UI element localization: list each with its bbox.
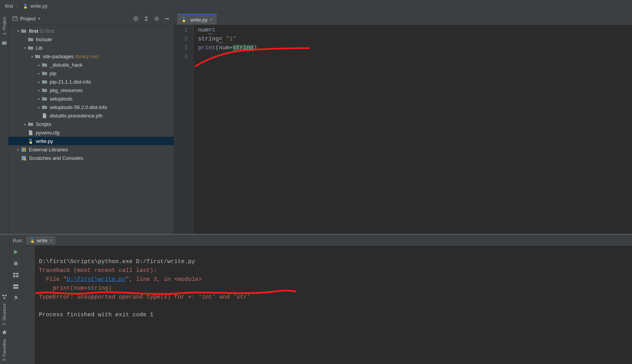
- tool-project-tab[interactable]: 1: Project: [1, 15, 7, 37]
- svg-line-16: [158, 17, 158, 17]
- toggle-output-icon[interactable]: [12, 283, 19, 290]
- scratches-icon: [21, 155, 27, 161]
- project-tree[interactable]: ▾ first D:\first Include ▾ Lib ▾: [8, 25, 174, 234]
- tool-structure-tab[interactable]: 7: Structure: [2, 304, 7, 325]
- svg-rect-5: [13, 17, 17, 20]
- chevron-down-icon[interactable]: ▾: [15, 28, 21, 34]
- pin-icon[interactable]: [12, 295, 19, 302]
- editor-tab-write[interactable]: write.py ×: [177, 14, 217, 25]
- tree-node[interactable]: ▸setuptools-56.2.0.dist-info: [8, 103, 174, 111]
- tree-node-label: Include: [36, 37, 52, 42]
- folder-icon: [42, 70, 47, 76]
- svg-marker-45: [2, 330, 7, 335]
- chevron-right-icon[interactable]: ▸: [36, 96, 42, 101]
- run-toolbar-left: [10, 246, 22, 364]
- left-tool-strip: 1: Project: [0, 12, 8, 234]
- tree-node-label: site-packages: [43, 54, 74, 59]
- favorites-star-icon[interactable]: [2, 329, 7, 335]
- tree-node-label: pip-21.1.1.dist-info: [50, 79, 91, 85]
- close-run-tab-icon[interactable]: ×: [50, 238, 52, 243]
- svg-rect-44: [3, 297, 5, 299]
- code-line: print(num+string): [198, 44, 632, 52]
- tree-node-label: pyvenv.cfg: [36, 130, 59, 136]
- python-file-icon: [23, 3, 28, 9]
- run-header: Run: write ×: [10, 235, 632, 246]
- chevron-right-icon[interactable]: ▸: [36, 79, 42, 84]
- folder-icon: [28, 37, 34, 42]
- project-panel: Project ▼ ▾ first D:\first: [8, 12, 174, 234]
- chevron-right-icon[interactable]: ▸: [36, 62, 42, 67]
- svg-rect-4: [2, 41, 7, 42]
- run-console[interactable]: D:\first\Scripts\python.exe D:/first/wri…: [35, 246, 632, 364]
- expand-all-icon[interactable]: [143, 16, 149, 22]
- file-link[interactable]: D:\first\write.py: [67, 276, 126, 283]
- svg-rect-29: [14, 262, 18, 265]
- svg-rect-21: [22, 148, 23, 152]
- layout-icon[interactable]: [12, 272, 19, 278]
- tree-root[interactable]: ▾ first D:\first: [8, 27, 174, 35]
- tree-node[interactable]: ▸_distutils_hack: [8, 60, 174, 69]
- editor-region: write.py × 1 2 3 4 num=1 string= "1" pri…: [174, 12, 632, 234]
- svg-point-25: [24, 158, 26, 161]
- close-tab-icon[interactable]: ×: [210, 17, 213, 22]
- chevron-down-icon[interactable]: ▾: [29, 54, 35, 59]
- run-tab[interactable]: write ×: [26, 236, 55, 245]
- scroll-to-end-icon[interactable]: [28, 262, 29, 263]
- tree-scratches[interactable]: Scratches and Consoles: [8, 154, 174, 162]
- svg-rect-22: [23, 148, 24, 152]
- tree-node[interactable]: ▸pip: [8, 69, 174, 77]
- folder-icon: [28, 121, 34, 127]
- chevron-right-icon[interactable]: ▸: [22, 121, 28, 127]
- chevron-right-icon[interactable]: ▸: [36, 70, 42, 76]
- libraries-icon: [21, 147, 27, 153]
- project-tool-icon[interactable]: [2, 40, 7, 45]
- rerun-icon[interactable]: [12, 248, 19, 255]
- code-area[interactable]: num=1 string= "1" print(num+string): [193, 25, 632, 234]
- run-toolbar-right: [22, 246, 35, 364]
- tree-node-label: Scratches and Consoles: [29, 155, 83, 161]
- line-number: 3: [174, 44, 188, 52]
- editor[interactable]: 1 2 3 4 num=1 string= "1" print(num+stri…: [174, 25, 632, 234]
- tree-node-label: distutils-precedence.pth: [50, 113, 103, 119]
- tree-node-label: pip: [50, 70, 56, 76]
- console-line: Traceback (most recent call last):: [39, 267, 157, 274]
- tree-node-scripts[interactable]: ▸Scripts: [8, 120, 174, 128]
- folder-icon: [35, 54, 40, 59]
- tree-node-include[interactable]: Include: [8, 35, 174, 44]
- tree-node-file[interactable]: pyvenv.cfg: [8, 128, 174, 137]
- tree-node-label: first: [29, 28, 39, 34]
- tree-node[interactable]: ▸pkg_resources: [8, 86, 174, 94]
- tree-node-site-packages[interactable]: ▾ site-packages library root: [8, 52, 174, 60]
- breadcrumb-root[interactable]: first: [5, 3, 13, 9]
- project-header: Project ▼: [8, 12, 174, 25]
- chevron-right-icon[interactable]: ▸: [15, 147, 21, 152]
- project-header-title[interactable]: Project: [20, 16, 35, 22]
- tree-node-lib[interactable]: ▾ Lib: [8, 44, 174, 52]
- stop-icon[interactable]: [12, 260, 19, 267]
- project-view-caret-icon[interactable]: ▼: [37, 17, 41, 21]
- python-file-icon: [28, 138, 34, 144]
- tree-node[interactable]: ▸setuptools: [8, 94, 174, 103]
- svg-point-8: [135, 18, 136, 19]
- hide-panel-icon[interactable]: [164, 16, 170, 22]
- breadcrumb-file[interactable]: write.py: [30, 3, 48, 9]
- svg-point-19: [30, 139, 30, 140]
- tree-node-write-py[interactable]: write.py: [8, 137, 174, 145]
- chevron-right-icon[interactable]: ▸: [36, 104, 42, 110]
- chevron-down-icon[interactable]: ▾: [22, 45, 28, 50]
- svg-line-14: [155, 17, 155, 17]
- tool-favorites-tab[interactable]: 2: Favorites: [2, 339, 7, 361]
- settings-gear-icon[interactable]: [154, 16, 160, 22]
- tree-node-file[interactable]: distutils-precedence.pth: [8, 111, 174, 120]
- tree-node-label: write.py: [36, 138, 53, 144]
- code-line: num=1: [198, 26, 632, 35]
- run-title: Run:: [13, 238, 23, 243]
- tree-external-libraries[interactable]: ▸External Libraries: [8, 145, 174, 154]
- console-line: Process finished with exit code 1: [39, 312, 153, 318]
- console-line: print(num+string): [39, 285, 112, 292]
- locate-icon[interactable]: [133, 16, 139, 22]
- chevron-right-icon[interactable]: ▸: [36, 87, 42, 93]
- structure-tool-icon[interactable]: [2, 294, 7, 300]
- file-icon: [28, 130, 34, 136]
- tree-node[interactable]: ▸pip-21.1.1.dist-info: [8, 77, 174, 86]
